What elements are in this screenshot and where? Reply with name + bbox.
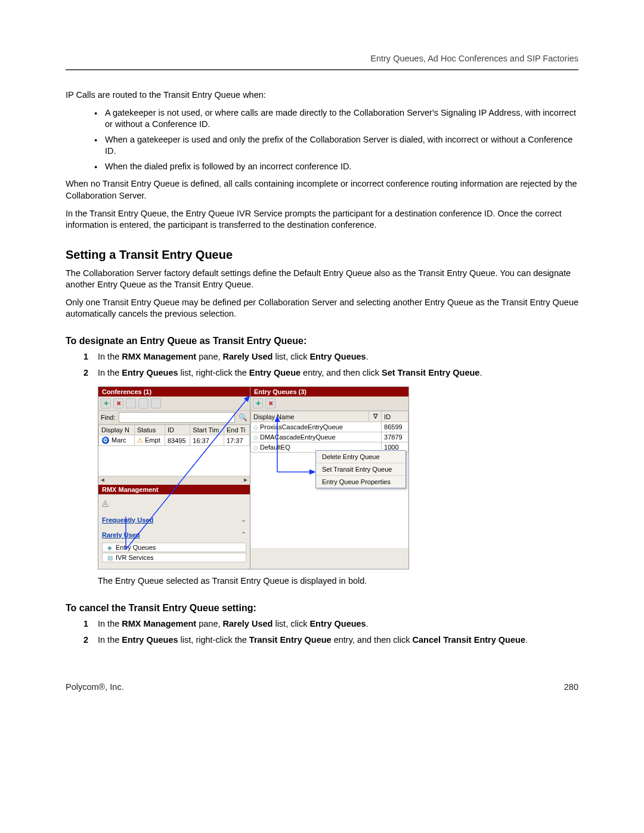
conferences-table: Display N Status ID Start Tim End Ti 🧿 M… bbox=[98, 425, 250, 446]
col-id[interactable]: ID bbox=[165, 425, 190, 435]
context-menu: Delete Entry Queue Set Transit Entry Que… bbox=[315, 450, 406, 488]
conference-icon: 🧿 bbox=[101, 436, 110, 444]
designate-steps: In the RMX Management pane, Rarely Used … bbox=[66, 351, 578, 379]
search-icon[interactable]: 🔍 bbox=[239, 413, 247, 422]
cancel-step-1: In the RMX Management pane, Rarely Used … bbox=[83, 618, 578, 630]
toolbar-icon[interactable] bbox=[126, 398, 136, 408]
cancel-step-2: In the Entry Queues list, right-click th… bbox=[83, 634, 578, 646]
section-p2: Only one Transit Entry Queue may be defi… bbox=[66, 297, 578, 320]
designate-step-2: In the Entry Queues list, right-click th… bbox=[83, 367, 578, 379]
col-status[interactable]: Status bbox=[134, 425, 165, 435]
find-label: Find: bbox=[101, 414, 115, 421]
ivr-icon: ▤ bbox=[106, 555, 113, 561]
designate-title: To designate an Entry Queue as Transit E… bbox=[66, 336, 578, 346]
running-header: Entry Queues, Ad Hoc Conferences and SIP… bbox=[66, 54, 578, 63]
horizontal-scrollbar[interactable]: ◄► bbox=[98, 476, 250, 485]
tree-item-entry-queues[interactable]: ◆ Entry Queues bbox=[102, 543, 246, 552]
intro-bullet: When a gatekeeper is used and only the p… bbox=[94, 134, 578, 157]
entry-queue-icon bbox=[253, 444, 260, 451]
entry-queue-icon bbox=[253, 423, 260, 431]
conferences-toolbar bbox=[98, 397, 250, 411]
menu-item-delete-entry-queue[interactable]: Delete Entry Queue bbox=[316, 451, 405, 463]
toolbar-icon[interactable] bbox=[138, 398, 148, 408]
conferences-pane: Conferences (1) Find: 🔍 bbox=[98, 387, 250, 569]
intro-bullets: A gatekeeper is not used, or where calls… bbox=[66, 107, 578, 173]
cancel-title: To cancel the Transit Entry Queue settin… bbox=[66, 603, 578, 614]
entry-queue-icon bbox=[253, 433, 260, 441]
mgmt-title-bar: RMX Management bbox=[98, 485, 250, 494]
find-row: Find: 🔍 bbox=[98, 411, 250, 425]
col-sort[interactable]: ∇ bbox=[369, 411, 382, 422]
entry-queue-icon: ◆ bbox=[106, 544, 113, 551]
conference-row[interactable]: 🧿 Marc ⚠ Empt 83495 16:37 17:37 bbox=[99, 435, 250, 446]
delete-icon[interactable] bbox=[265, 398, 275, 408]
entry-queues-toolbar bbox=[250, 397, 408, 411]
add-icon[interactable] bbox=[253, 398, 263, 408]
col-end-time[interactable]: End Ti bbox=[224, 425, 250, 435]
col-display-name[interactable]: Display Name bbox=[251, 411, 369, 422]
designate-after: The Entry Queue selected as Transit Entr… bbox=[98, 575, 578, 587]
mgmt-view-icon[interactable]: ◬ bbox=[102, 497, 246, 512]
add-icon[interactable] bbox=[101, 398, 111, 408]
col-id[interactable]: ID bbox=[382, 411, 408, 422]
entry-queues-table: Display Name ∇ ID ProxiasCascadeEntryQue… bbox=[250, 411, 408, 453]
menu-item-entry-queue-properties[interactable]: Entry Queue Properties bbox=[316, 476, 405, 488]
col-start-time[interactable]: Start Tim bbox=[190, 425, 224, 435]
app-screenshot: Conferences (1) Find: 🔍 bbox=[98, 386, 409, 569]
intro-p1: IP Calls are routed to the Transit Entry… bbox=[66, 89, 578, 101]
designate-step-1: In the RMX Management pane, Rarely Used … bbox=[83, 351, 578, 363]
entry-queues-title-bar: Entry Queues (3) bbox=[250, 387, 408, 397]
entry-queue-row[interactable]: ProxiasCascadeEntryQueue 86599 bbox=[251, 422, 408, 432]
delete-icon[interactable] bbox=[113, 398, 123, 408]
intro-bullet: When the dialed prefix is followed by an… bbox=[94, 161, 578, 173]
conferences-title-bar: Conferences (1) bbox=[98, 387, 250, 397]
toolbar-icon[interactable] bbox=[151, 398, 161, 408]
section-p1: The Collaboration Server factory default… bbox=[66, 268, 578, 291]
col-display-name[interactable]: Display N bbox=[99, 425, 135, 435]
menu-item-set-transit-entry-queue[interactable]: Set Transit Entry Queue bbox=[316, 463, 405, 476]
frequently-used-section[interactable]: Frequently Used ⌄ bbox=[102, 512, 246, 527]
header-rule bbox=[66, 69, 578, 70]
tree-item-ivr-services[interactable]: ▤ IVR Services bbox=[102, 553, 246, 562]
entry-queue-row[interactable]: DMACascadeEntryQueue 37879 bbox=[251, 432, 408, 442]
chevron-up-icon: ⌃ bbox=[241, 531, 246, 538]
mgmt-pane: ◬ Frequently Used ⌄ Rarely Used ⌃ ◆ Entr… bbox=[98, 494, 250, 569]
intro-p2: When no Transit Entry Queue is defined, … bbox=[66, 178, 578, 202]
section-title: Setting a Transit Entry Queue bbox=[66, 248, 578, 262]
footer-page-number: 280 bbox=[564, 682, 578, 692]
warning-icon: ⚠ bbox=[137, 436, 143, 444]
intro-p3: In the Transit Entry Queue, the Entry Qu… bbox=[66, 208, 578, 231]
rarely-used-section[interactable]: Rarely Used ⌃ bbox=[102, 527, 246, 542]
intro-bullet: A gatekeeper is not used, or where calls… bbox=[94, 107, 578, 131]
find-input[interactable] bbox=[119, 412, 235, 423]
chevron-down-icon: ⌄ bbox=[241, 516, 246, 524]
cancel-steps: In the RMX Management pane, Rarely Used … bbox=[66, 618, 578, 646]
footer-company: Polycom®, Inc. bbox=[66, 682, 124, 692]
